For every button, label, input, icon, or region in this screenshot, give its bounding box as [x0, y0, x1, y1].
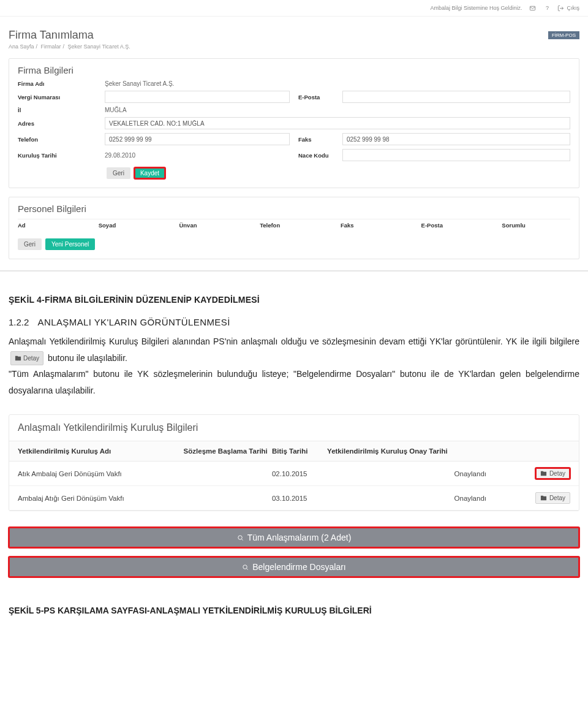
col-sorumlu: Sorumlu [502, 222, 570, 229]
firm-pos-badge: FİRM-POS [548, 31, 579, 39]
label-vergi-no: Vergi Numarası [18, 94, 97, 101]
col-faks: Faks [341, 222, 409, 229]
mail-icon[interactable] [528, 4, 537, 12]
label-adres: Adres [18, 120, 97, 127]
yk-col-adi: Yetkilendirilmiş Kuruluş Adı [18, 447, 184, 455]
input-nace[interactable] [342, 149, 570, 161]
yk-cell-adi: Atık Ambalaj Geri Dönüşüm Vakfı [18, 470, 184, 477]
detay-inline-label: Detay [23, 352, 39, 364]
paragraph-1: Anlaşmalı Yetkilendirilmiş Kuruluş Bilgi… [9, 333, 579, 366]
paragraph-1a: Anlaşmalı Yetkilendirilmiş Kuruluş Bilgi… [9, 336, 579, 346]
yk-cell-adi: Ambalaj Atığı Geri Dönüşüm Vakfı [18, 495, 184, 502]
table-row: Atık Ambalaj Geri Dönüşüm Vakfı 02.10.20… [9, 462, 579, 486]
yk-col-baslama: Sözleşme Başlama Tarihi [184, 447, 272, 455]
belgelendirme-label: Belgelendirme Dosyaları [252, 562, 346, 572]
label-eposta: E-Posta [298, 94, 335, 101]
table-row: Ambalaj Atığı Geri Dönüşüm Vakfı 03.10.2… [9, 486, 579, 511]
label-il: İl [18, 107, 97, 113]
label-telefon: Telefon [18, 136, 97, 143]
section-number: 1.2.2 [9, 317, 29, 327]
input-adres[interactable] [105, 117, 570, 129]
kaydet-button[interactable]: Kaydet [134, 167, 165, 179]
svg-line-3 [241, 539, 243, 541]
firm-info-panel: Firma Bilgileri Firma Adı Şeker Sanayi T… [9, 58, 579, 188]
yeni-personel-button[interactable]: Yeni Personel [45, 238, 95, 250]
personnel-geri-button[interactable]: Geri [18, 238, 42, 250]
firm-panel-title: Firma Bilgileri [18, 65, 570, 75]
top-bar: Ambalaj Bilgi Sistemine Hoş Geldiniz. ? … [0, 0, 588, 17]
yk-table: Anlaşmalı Yetkilendirilmiş Kuruluş Bilgi… [9, 414, 579, 511]
breadcrumb-item[interactable]: Ana Sayfa [9, 44, 34, 50]
yk-cell-bitis: 03.10.2015 [272, 495, 327, 502]
svg-line-5 [247, 569, 248, 570]
figure-5-caption: ŞEKİL 5-PS KARŞILAMA SAYFASI-ANLAŞMALI Y… [0, 582, 588, 615]
col-telefon: Telefon [260, 222, 328, 229]
col-eposta: E-Posta [421, 222, 490, 229]
welcome-text: Ambalaj Bilgi Sistemine Hoş Geldiniz. [430, 5, 522, 11]
breadcrumb-item[interactable]: Firmalar [41, 44, 61, 50]
logout-label: Çıkış [567, 5, 579, 11]
geri-button[interactable]: Geri [107, 167, 130, 179]
detay-inline-button: Detay [10, 351, 43, 365]
yk-cell-status: Onaylandı [454, 470, 521, 477]
personnel-panel: Personel Bilgileri Ad Soyad Ünvan Telefo… [9, 197, 579, 259]
value-firma-adi: Şeker Sanayi Ticaret A.Ş. [105, 80, 174, 87]
label-firma-adi: Firma Adı [18, 80, 97, 87]
value-il: MUĞLA [105, 107, 127, 113]
input-faks[interactable] [342, 133, 570, 145]
yk-cell-status: Onaylandı [454, 495, 521, 502]
breadcrumb: Ana Sayfa/ Firmalar/ Şeker Sanayi Ticare… [9, 44, 130, 50]
label-kurulus: Kuruluş Tarihi [18, 152, 97, 159]
section-title: ANLAŞMALI YK'LARIN GÖRÜNTÜLENMESİ [38, 317, 230, 327]
help-icon[interactable]: ? [543, 4, 551, 12]
breadcrumb-item: Şeker Sanayi Ticaret A.Ş. [68, 44, 130, 50]
col-ad: Ad [18, 222, 86, 229]
label-faks: Faks [298, 136, 335, 143]
detay-label: Detay [549, 495, 565, 501]
input-eposta[interactable] [342, 91, 570, 103]
detay-button[interactable]: Detay [535, 468, 570, 479]
label-nace: Nace Kodu [298, 152, 335, 159]
logout-button[interactable]: Çıkış [557, 5, 579, 12]
svg-point-4 [243, 565, 247, 569]
yk-table-title: Anlaşmalı Yetkilendirilmiş Kuruluş Bilgi… [9, 415, 579, 441]
yk-col-bitis: Bitiş Tarihi [272, 447, 327, 455]
page-title: Firma Tanımlama [9, 29, 130, 42]
svg-point-2 [238, 536, 242, 539]
tum-anlasmalarim-button[interactable]: Tüm Anlaşmalarım (2 Adet) [9, 527, 579, 548]
paragraph-1b: butonu ile ulaşılabilir. [48, 353, 127, 363]
section-heading: 1.2.2 ANLAŞMALI YK'LARIN GÖRÜNTÜLENMESİ [9, 317, 579, 327]
paragraph-2: "Tüm Anlaşmalarım" butonu ile YK sözleşm… [9, 366, 579, 398]
detay-label: Detay [549, 470, 565, 477]
figure-4-caption: ŞEKİL 4-FİRMA BİLGİLERİNİN DÜZENLENİP KA… [9, 295, 579, 305]
input-vergi-no[interactable] [105, 91, 290, 103]
value-kurulus: 29.08.2010 [105, 152, 135, 159]
yk-col-onay: Yetkilendirilmiş Kuruluş Onay Tarihi [327, 447, 454, 455]
col-unvan: Ünvan [179, 222, 247, 229]
detay-button[interactable]: Detay [535, 492, 570, 504]
personnel-panel-title: Personel Bilgileri [18, 203, 570, 214]
belgelendirme-dosyalari-button[interactable]: Belgelendirme Dosyaları [9, 557, 579, 577]
col-soyad: Soyad [99, 222, 167, 229]
tum-anlasmalarim-label: Tüm Anlaşmalarım (2 Adet) [247, 533, 352, 542]
input-telefon[interactable] [105, 133, 290, 145]
yk-cell-bitis: 02.10.2015 [272, 470, 327, 477]
